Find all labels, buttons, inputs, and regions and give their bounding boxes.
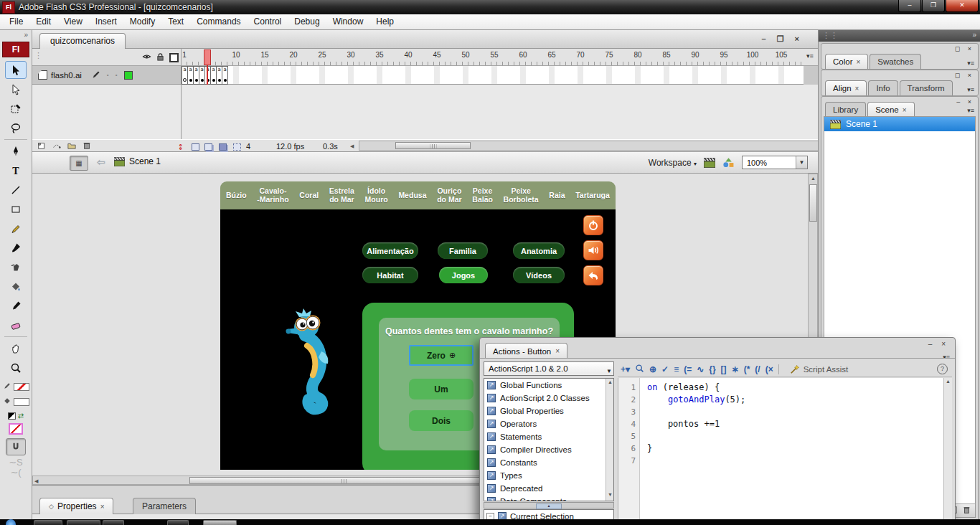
swap-colors-icon[interactable]: ⇄ — [18, 412, 24, 420]
species-tab-dolo[interactable]: ÍdoloMouro — [365, 187, 388, 204]
timeline-grip[interactable]: ⋮ — [34, 51, 42, 60]
timeline-frames-area[interactable] — [182, 66, 804, 85]
dock-collapse-icon[interactable]: » — [972, 31, 976, 39]
scroll-up-icon[interactable]: ▲ — [811, 176, 816, 181]
tab-swatches[interactable]: Swatches — [870, 54, 921, 69]
tools-collapse-icon[interactable]: » — [0, 30, 32, 40]
scene-list-item[interactable]: Scene 1 — [824, 117, 975, 131]
collapse-selection-icon[interactable]: [] — [721, 364, 727, 374]
scroll-left-icon[interactable]: ◀ — [34, 478, 38, 484]
code-line[interactable]: 6} — [618, 443, 952, 455]
panel-menu-icon[interactable]: ▾≡ — [967, 86, 974, 93]
toolbox-item-constants[interactable]: ↗Constants — [484, 456, 613, 469]
stage-hscroll-thumb[interactable] — [189, 477, 499, 484]
power-button[interactable] — [583, 215, 603, 235]
code-line[interactable]: 3 — [618, 406, 952, 418]
panel-menu-icon[interactable]: ▾≡ — [967, 107, 974, 114]
toolbox-item-statements[interactable]: ↗Statements — [484, 430, 613, 443]
layer-lock-dot[interactable]: • — [116, 72, 118, 78]
panel-window-icons[interactable]: ◻ × — [955, 72, 974, 79]
find-icon[interactable] — [635, 364, 644, 375]
modify-onion-markers-icon[interactable] — [233, 143, 241, 151]
apply-line-comment-icon[interactable]: (/ — [755, 364, 760, 374]
paint-bucket-tool[interactable] — [5, 278, 27, 295]
text-tool[interactable]: T — [5, 161, 27, 179]
script-scrollbar[interactable]: ▲ — [943, 378, 952, 525]
toolbox-item-operators[interactable]: ↗Operators — [484, 417, 613, 430]
answer-button-um[interactable]: Um — [409, 379, 473, 399]
nav-button-alimentao[interactable]: Alimentação — [362, 242, 418, 259]
no-color-swatch[interactable] — [9, 423, 23, 435]
toolbox-item-deprecated[interactable]: ↗Deprecated — [484, 482, 613, 495]
tab-library[interactable]: Library — [825, 102, 866, 117]
actions-tab[interactable]: Actions - Button × — [485, 343, 567, 359]
remove-comment-icon[interactable]: (× — [765, 364, 773, 374]
panel-collapse-icon[interactable]: ◇ — [49, 499, 54, 514]
show-code-hint-icon[interactable]: (= — [684, 364, 692, 374]
subselection-tool[interactable] — [5, 80, 27, 98]
timeline-toggle-button[interactable]: ▦ — [70, 156, 88, 171]
back-arrow-icon[interactable]: ⇦ — [97, 156, 105, 168]
panel-window-icons[interactable]: – × — [956, 98, 974, 105]
zoom-tool[interactable] — [5, 359, 27, 377]
script-assist-button[interactable]: Script Assist — [790, 364, 849, 374]
edit-multiple-frames-icon[interactable] — [219, 143, 227, 151]
close-icon[interactable]: × — [555, 344, 560, 359]
species-tab-bzio[interactable]: Búzio — [226, 191, 247, 200]
insert-target-path-icon[interactable]: ⊕ — [649, 364, 656, 374]
brush-tool[interactable] — [5, 239, 27, 257]
check-syntax-icon[interactable]: ✓ — [661, 364, 669, 374]
onion-skin-icon[interactable] — [192, 143, 199, 151]
scene-breadcrumb[interactable]: Scene 1 — [114, 156, 161, 166]
keyframe-cell[interactable]: a — [222, 66, 228, 85]
nav-button-jogos[interactable]: Jogos — [439, 267, 488, 283]
delete-layer-icon[interactable] — [83, 141, 91, 152]
toolbox-scrollbar[interactable]: ▲ ▼ — [606, 379, 613, 501]
insert-folder-icon[interactable] — [67, 141, 76, 152]
sound-button[interactable] — [583, 240, 603, 260]
playhead-marker[interactable] — [204, 49, 211, 65]
nav-button-habitat[interactable]: Habitat — [362, 267, 418, 283]
show-hide-column-icon[interactable] — [142, 53, 151, 60]
snap-to-objects-button[interactable] — [6, 438, 26, 455]
toolbox-item-globalproperties[interactable]: ↗Global Properties — [484, 405, 613, 417]
center-frame-icon[interactable]: ⦂ — [179, 141, 182, 151]
answer-button-zero[interactable]: Zero⊕ — [409, 345, 473, 366]
timeline-panel-menu-icon[interactable]: ▾≡ — [806, 52, 814, 60]
toolbox-item-globalfunctions[interactable]: ↗Global Functions — [484, 379, 613, 392]
auto-format-icon[interactable]: ≡ — [674, 364, 679, 374]
minimize-button[interactable]: – — [898, 0, 921, 12]
apply-block-comment-icon[interactable]: (* — [744, 364, 750, 374]
delete-scene-icon[interactable] — [962, 506, 971, 516]
close-button[interactable]: ✕ — [946, 0, 979, 12]
taskbar-button[interactable] — [34, 520, 62, 525]
nav-button-anatomia[interactable]: Anatomia — [513, 242, 565, 259]
restore-button[interactable]: ❐ — [922, 0, 945, 12]
timeline-scrollbar[interactable] — [359, 141, 832, 151]
answer-button-dois[interactable]: Dois — [409, 410, 473, 431]
nav-button-vdeos[interactable]: Vídeos — [513, 267, 565, 283]
species-tab-cavalo[interactable]: Cavalo--Marinho — [257, 187, 288, 204]
layer-name[interactable]: flash0.ai — [51, 71, 82, 80]
dock-grip[interactable]: ⋮⋮ — [822, 31, 838, 40]
eyedropper-tool[interactable] — [5, 297, 27, 315]
black-white-icon[interactable] — [8, 412, 16, 420]
free-transform-tool[interactable] — [5, 100, 27, 118]
code-line[interactable]: 1on (release) { — [618, 382, 952, 394]
document-tab[interactable]: quizcomcenarios — [39, 33, 126, 49]
code-line[interactable]: 5 — [618, 430, 952, 443]
frame-rate-indicator[interactable]: 12.0 fps — [276, 142, 304, 151]
tab-parameters[interactable]: Parameters — [133, 498, 196, 514]
tab-align[interactable]: Align× — [825, 80, 867, 95]
scroll-up-icon[interactable]: ▲ — [608, 379, 613, 384]
species-tab-raia[interactable]: Raia — [549, 191, 565, 200]
menu-commands[interactable]: Commands — [190, 14, 247, 29]
close-icon[interactable]: × — [856, 55, 860, 69]
debug-options-icon[interactable]: ∿ — [697, 364, 704, 374]
layer-outline-color-swatch[interactable] — [124, 71, 133, 80]
toolbox-item-compilerdirectives[interactable]: ↗Compiler Directives — [484, 443, 613, 456]
panel-window-icons[interactable]: ◻ × — [955, 45, 974, 52]
scroll-down-icon[interactable]: ▼ — [608, 492, 613, 497]
splitter-collapse-icon[interactable]: ▲ — [536, 503, 562, 509]
help-icon[interactable]: ? — [937, 364, 948, 374]
